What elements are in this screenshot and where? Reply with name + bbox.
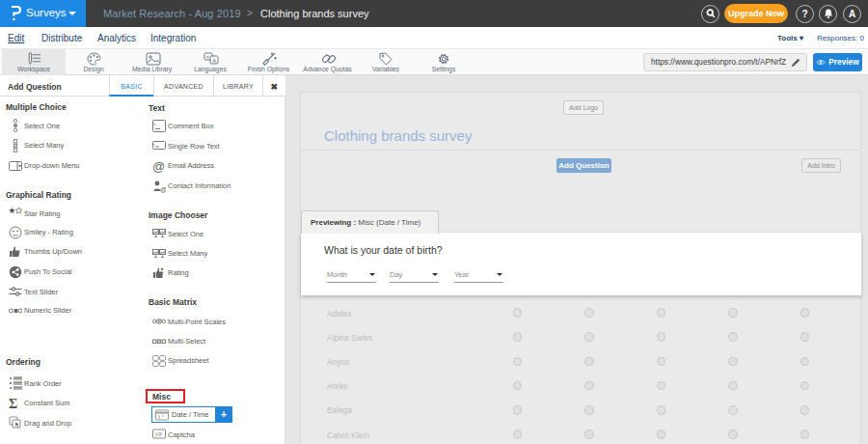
svg-text:A: A [212, 58, 216, 64]
svg-text:@: @ [160, 186, 166, 193]
svg-text:@: @ [152, 159, 165, 173]
svg-text:Σ: Σ [9, 397, 17, 410]
svg-text:V8: V8 [155, 431, 163, 437]
svg-text:×: × [206, 54, 209, 60]
